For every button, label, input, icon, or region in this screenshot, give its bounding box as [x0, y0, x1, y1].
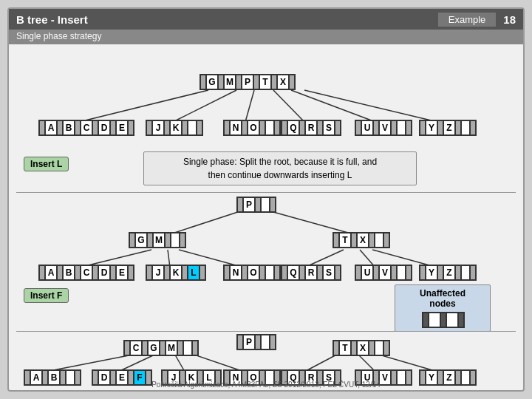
unaffected-nodes-box: Unaffectednodes [395, 284, 491, 332]
node-no2: N O [223, 265, 279, 281]
insert-f-label: Insert F [24, 288, 69, 303]
svg-line-5 [304, 90, 437, 122]
cell [196, 120, 203, 136]
slide-number: 18 [503, 13, 516, 26]
cell [469, 265, 477, 281]
node-jk: J K [146, 120, 202, 136]
node-abcde: A B C D E [38, 120, 133, 136]
node-qrs: Q R S [281, 120, 340, 136]
cell [383, 340, 390, 356]
slide: B tree - Insert Example 18 Single phase … [7, 7, 525, 392]
cell [405, 120, 412, 136]
footer: Pokročilá Algoritmizace, A4M33PAL, ZS 20… [9, 381, 523, 389]
node-qrs2: Q R S [281, 265, 340, 281]
node-p-root3: P [236, 334, 275, 350]
cell [269, 197, 276, 213]
separator2 [16, 331, 516, 332]
cell [383, 232, 390, 248]
separator1 [16, 192, 516, 193]
node-jkl: J K L [146, 265, 205, 281]
cell [288, 74, 296, 90]
node-no: N O [223, 120, 279, 136]
subheader: Single phase strategy [9, 30, 523, 44]
cell [191, 340, 199, 356]
cell [334, 120, 341, 136]
svg-line-1 [173, 90, 236, 122]
node-p-root: P [236, 197, 275, 213]
node-cgm: C G M [123, 340, 197, 356]
unaffected-label: Unaffectednodes [420, 288, 466, 309]
node-uv2: U V [355, 265, 411, 281]
node-yz: Y Z [419, 120, 475, 136]
content-area: G M P T X A B C D E J [9, 44, 523, 392]
svg-line-3 [273, 90, 304, 122]
cell [179, 232, 186, 248]
node-abcde2: A B C D E [38, 265, 133, 281]
node-tx3: T X [332, 340, 389, 356]
insert-l-label: Insert L [24, 157, 69, 171]
cell [269, 334, 276, 350]
cell [334, 265, 341, 281]
cell [127, 265, 134, 281]
cell [127, 120, 134, 136]
cell [273, 265, 281, 281]
cell [469, 120, 477, 136]
header-example: Example [438, 13, 497, 27]
node-gm: G M [129, 232, 185, 248]
node-uv: U V [355, 120, 411, 136]
cell [273, 120, 281, 136]
svg-line-4 [291, 90, 375, 122]
description-box: Single phase: Split the root, because it… [143, 151, 417, 185]
svg-line-0 [79, 90, 208, 122]
header-title: B tree - Insert [16, 13, 438, 26]
cell [405, 265, 412, 281]
node-yz2: Y Z [419, 265, 475, 281]
header: B tree - Insert Example 18 [9, 9, 523, 30]
svg-line-2 [245, 90, 254, 122]
subheader-label: Single phase strategy [16, 31, 101, 41]
node-tx: T X [332, 232, 389, 248]
cell [457, 312, 465, 328]
node-root1: G M P T X [200, 74, 294, 90]
cell [199, 265, 206, 281]
